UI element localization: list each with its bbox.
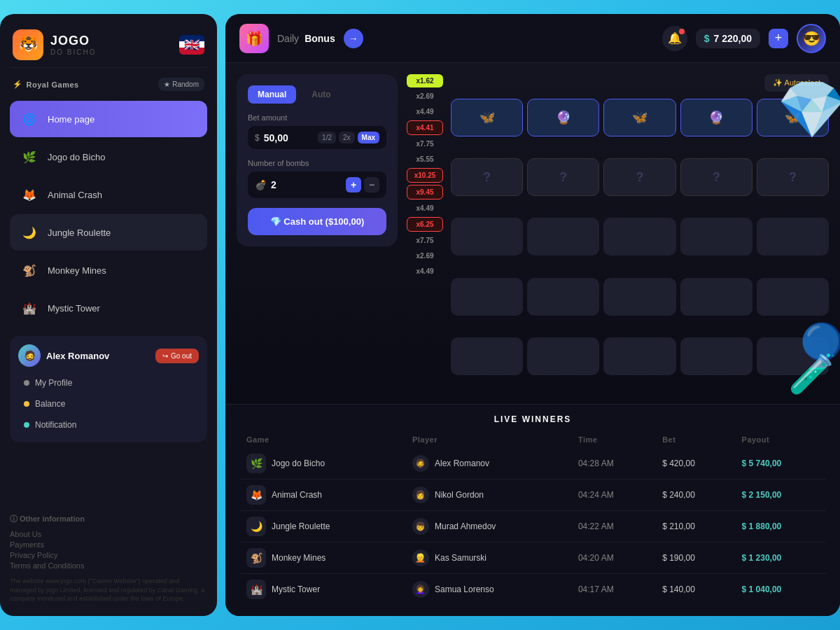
grid-cell[interactable] (451, 278, 523, 316)
balance-item[interactable]: Balance (18, 395, 199, 413)
time-cell: 04:24 AM (571, 479, 655, 511)
multiplier-badge: x4.49 (407, 202, 443, 215)
grid-cell[interactable]: 🦋 (451, 99, 523, 136)
winners-title: LIVE WINNERS (239, 405, 826, 431)
about-us-link[interactable]: About Us (10, 530, 207, 538)
gem-icon: 🔮 (556, 110, 571, 125)
grid-cell[interactable]: ? (603, 158, 676, 196)
random-button[interactable]: ★ Random (158, 78, 204, 91)
sidebar-item-monkey[interactable]: 🐒 Monkey Mines (10, 252, 207, 288)
grid-cell[interactable] (527, 278, 599, 316)
col-game: Game (239, 431, 405, 448)
grid-cell[interactable] (451, 218, 523, 255)
add-funds-button[interactable]: + (769, 29, 788, 48)
game-grid: 🦋🔮🦋🔮🦋????? (451, 99, 829, 393)
tab-manual[interactable]: Manual (248, 85, 296, 104)
col-time: Time (571, 431, 655, 448)
user-header: 🧔 Alex Romanov ↪ Go out (18, 344, 199, 367)
player-cell: 👦 Murad Ahmedov (405, 511, 571, 542)
grid-cell[interactable] (451, 337, 523, 375)
sidebar-item-mystic[interactable]: 🏰 Mystic Tower (10, 290, 207, 326)
grid-cell[interactable]: ? (527, 158, 599, 196)
grid-cell[interactable] (603, 218, 676, 255)
sidebar-item-label: Animal Crash (48, 190, 102, 200)
sidebar-item-jogo[interactable]: 🌿 Jogo do Bicho (10, 139, 207, 175)
grid-cell[interactable] (680, 218, 752, 255)
sidebar-item-label: Jungle Roulette (48, 227, 111, 238)
nav-list: 🌀 Home page 🌿 Jogo do Bicho 🦊 Animal Cra… (10, 101, 207, 326)
jogo-icon: 🌿 (18, 146, 41, 168)
time-cell: 04:17 AM (571, 574, 655, 606)
grid-cell[interactable]: ? (680, 158, 752, 196)
max-bet-button[interactable]: Max (358, 132, 379, 144)
payout-cell: $ 1 230,00 (735, 542, 826, 574)
grid-cell[interactable]: 🦋 (757, 99, 829, 136)
game-cell: 🐒 Monkey Mines (239, 542, 405, 574)
grid-cell[interactable]: ? (757, 158, 829, 196)
game-name: Jogo do Bicho (272, 458, 325, 468)
animal-icon: 🦊 (18, 183, 41, 206)
grid-cell[interactable] (757, 278, 829, 316)
other-info-title: ⓘ Other information (10, 514, 207, 524)
grid-cell[interactable] (527, 218, 599, 255)
game-name: Jungle Roulette (272, 522, 330, 531)
decrement-bombs-button[interactable]: − (364, 177, 379, 192)
game-thumb-icon: 🌙 (246, 517, 266, 536)
sidebar-item-animal[interactable]: 🦊 Animal Crash (10, 176, 207, 213)
sidebar-item-label: Mystic Tower (48, 303, 100, 314)
my-profile-item[interactable]: My Profile (18, 374, 199, 392)
user-avatar-top[interactable]: 😎 (797, 24, 826, 53)
sidebar-item-jungle[interactable]: 🌙 Jungle Roulette (10, 214, 207, 251)
grid-cell[interactable]: 🔮 (527, 99, 599, 136)
grid-cell[interactable] (527, 337, 599, 375)
game-name: Mystic Tower (272, 584, 320, 594)
daily-label: Daily (277, 33, 299, 44)
topbar: 🎁 Daily Bonus → 🔔 $ 7 220,00 + 😎 (225, 14, 840, 63)
winners-table-head: Game Player Time Bet Payout (239, 431, 826, 448)
half-bet-button[interactable]: 1/2 (318, 132, 336, 144)
question-mark: ? (636, 170, 643, 185)
grid-cell[interactable] (680, 337, 752, 375)
sidebar-item-home[interactable]: 🌀 Home page (10, 101, 207, 137)
bombs-row: 💣 2 + − (248, 172, 386, 198)
table-row: 🌿 Jogo do Bicho 🧔 Alex Romanov 04:28 AM … (239, 448, 826, 479)
increment-bombs-button[interactable]: + (346, 177, 361, 192)
player-thumb-icon: 🧔 (412, 455, 429, 472)
daily-bonus-arrow-button[interactable]: → (344, 29, 363, 48)
game-cell: 🦊 Animal Crash (239, 479, 405, 511)
privacy-link[interactable]: Privacy Policy (10, 551, 207, 559)
double-bet-button[interactable]: 2x (339, 132, 355, 144)
grid-cell[interactable] (757, 218, 829, 255)
grid-cell[interactable] (680, 278, 752, 316)
language-selector[interactable]: 🇬🇧 (179, 35, 204, 55)
grid-cell[interactable]: ? (451, 158, 523, 196)
notification-button[interactable]: 🔔 (662, 26, 687, 51)
grid-cell[interactable]: 🦋 (603, 99, 676, 136)
autoselect-button[interactable]: ✨ Autoselect (764, 74, 829, 92)
user-name: Alex Romanov (46, 351, 109, 361)
time-cell: 04:28 AM (571, 448, 655, 479)
notification-item[interactable]: Notification (18, 416, 199, 434)
cashout-button[interactable]: 💎 Cash out ($100,00) (248, 208, 386, 235)
stepper-buttons: + − (346, 177, 379, 192)
player-cell: 🧔 Alex Romanov (405, 448, 571, 479)
go-out-button[interactable]: ↪ Go out (155, 349, 199, 363)
multiplier-badge: x7.75 (407, 137, 443, 150)
terms-link[interactable]: Terms and Conditions (10, 561, 207, 570)
user-info: 🧔 Alex Romanov (18, 344, 109, 367)
jungle-icon: 🌙 (18, 221, 41, 244)
payments-link[interactable]: Payments (10, 540, 207, 549)
game-thumb-icon: 🏰 (246, 580, 266, 599)
tab-auto[interactable]: Auto (302, 85, 340, 104)
monkey-icon: 🐒 (18, 259, 41, 281)
grid-cell[interactable] (757, 337, 829, 375)
grid-cell[interactable]: 🔮 (680, 99, 752, 136)
balance-area: $ 7 220,00 (696, 29, 760, 48)
grid-cell[interactable] (603, 278, 676, 316)
other-links: About Us Payments Privacy Policy Terms a… (10, 530, 207, 570)
multiplier-badge: x10.25 (407, 168, 443, 183)
sidebar-item-label: Home page (48, 114, 94, 125)
balance-dot (24, 401, 29, 407)
grid-cell[interactable] (603, 337, 676, 375)
nav-section-title: ⚡ Royal Games ★ Random (10, 78, 207, 91)
